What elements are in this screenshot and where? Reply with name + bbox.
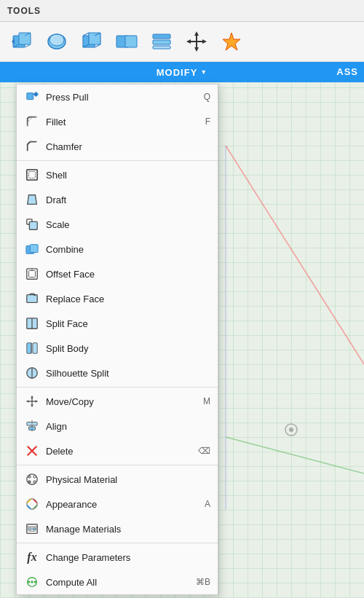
menu-item-label-align: Align <box>46 421 210 432</box>
menu-item-shortcut-compute-all: ⌘B <box>196 577 210 587</box>
svg-rect-70 <box>33 528 36 530</box>
ass-label: ASS <box>331 62 364 82</box>
menu-item-shortcut-press-pull: Q <box>204 92 210 102</box>
replace-icon <box>24 291 40 307</box>
tools-label: TOOLS <box>7 6 41 16</box>
svg-rect-45 <box>33 343 37 353</box>
special-tool-button[interactable] <box>215 25 248 58</box>
toolbar-top: TOOLS <box>0 0 364 22</box>
svg-rect-6 <box>19 33 31 44</box>
toolbar-area: TOOLS <box>0 0 364 84</box>
menu-item-label-shell: Shell <box>46 170 210 181</box>
menu-item-chamfer[interactable]: Chamfer <box>17 134 218 159</box>
menu-item-replace-face[interactable]: Replace Face <box>17 286 218 311</box>
svg-point-64 <box>33 481 36 484</box>
menu-item-align[interactable]: Align <box>17 414 218 438</box>
menu-item-compute-all[interactable]: Compute All⌘B <box>17 570 218 594</box>
svg-line-0 <box>226 146 364 364</box>
offset-icon <box>24 266 40 282</box>
extrude-tool-button[interactable] <box>6 25 38 58</box>
svg-marker-51 <box>31 396 33 398</box>
menu-item-combine[interactable]: Combine <box>17 237 218 261</box>
draft-icon <box>24 192 40 208</box>
menu-item-offset-face[interactable]: Offset Face <box>17 261 218 286</box>
menu-item-silhouette-split[interactable]: Silhouette Split <box>17 361 218 385</box>
menu-item-label-manage-materials: Manage Materials <box>46 524 210 535</box>
menu-item-label-move-copy: Move/Copy <box>46 396 203 407</box>
combine-icon <box>24 241 40 257</box>
svg-marker-54 <box>36 400 39 403</box>
svg-rect-44 <box>27 343 31 353</box>
menu-item-shortcut-appearance: A <box>205 499 210 509</box>
svg-rect-28 <box>27 93 33 100</box>
menu-item-move-copy[interactable]: Move/CopyM <box>17 389 218 414</box>
menu-item-label-compute-all: Compute All <box>46 577 196 588</box>
menu-item-scale[interactable]: Scale <box>17 212 218 237</box>
box-tool-button[interactable] <box>76 25 108 58</box>
svg-point-74 <box>31 581 33 583</box>
menu-item-appearance[interactable]: AppearanceA <box>17 492 218 516</box>
svg-marker-23 <box>194 31 199 36</box>
shell-icon <box>24 167 40 183</box>
move-icon <box>24 393 40 409</box>
svg-rect-11 <box>89 33 100 44</box>
menu-item-shortcut-fillet: F <box>205 117 210 127</box>
layer-tool-button[interactable] <box>146 25 178 58</box>
menu-item-fillet[interactable]: FilletF <box>17 109 218 134</box>
svg-rect-36 <box>30 245 38 253</box>
scale-icon <box>24 216 40 232</box>
menu-item-shortcut-move-copy: M <box>203 396 210 406</box>
svg-rect-18 <box>153 34 170 39</box>
svg-marker-53 <box>26 400 29 403</box>
modify-dropdown-button[interactable]: MODIFY ASS <box>0 62 364 82</box>
menu-item-label-draft: Draft <box>46 194 210 205</box>
manage-icon <box>24 521 40 537</box>
menu-item-label-appearance: Appearance <box>46 499 205 510</box>
svg-point-66 <box>27 499 37 509</box>
compute-icon <box>24 574 40 590</box>
svg-rect-19 <box>153 40 170 44</box>
menu-item-label-delete: Delete <box>46 446 198 457</box>
svg-rect-69 <box>28 528 32 530</box>
menu-divider-11 <box>17 387 218 387</box>
press-pull-icon <box>24 89 40 105</box>
menu-item-delete[interactable]: Delete⌫ <box>17 438 218 463</box>
menu-item-draft[interactable]: Draft <box>17 187 218 212</box>
svg-point-4 <box>289 428 293 432</box>
menu-divider-14 <box>17 465 218 465</box>
menu-item-label-change-parameters: Change Parameters <box>46 552 210 563</box>
toolbar-icons <box>0 22 364 62</box>
menu-item-manage-materials[interactable]: Manage Materials <box>17 516 218 541</box>
menu-item-label-split-body: Split Body <box>46 343 210 354</box>
menu-item-press-pull[interactable]: Press PullQ <box>17 84 218 109</box>
menu-divider-17 <box>17 543 218 543</box>
svg-rect-32 <box>29 172 36 178</box>
move-tool-button[interactable] <box>181 25 213 58</box>
svg-point-75 <box>34 581 37 583</box>
svg-rect-17 <box>125 36 137 47</box>
chamfer-icon <box>24 138 40 154</box>
menu-item-label-split-face: Split Face <box>46 318 210 329</box>
menu-item-split-body[interactable]: Split Body <box>17 336 218 361</box>
menu-item-label-press-pull: Press Pull <box>46 92 204 103</box>
svg-rect-20 <box>153 46 170 49</box>
svg-marker-25 <box>186 39 191 44</box>
align-icon <box>24 418 40 434</box>
svg-line-1 <box>226 437 364 473</box>
menu-item-label-chamfer: Chamfer <box>46 141 210 152</box>
menu-item-physical-material[interactable]: Physical Material <box>17 467 218 492</box>
svg-rect-38 <box>29 271 36 278</box>
modify-dropdown-menu: Press PullQ FilletF Chamfer Shell Draft … <box>16 84 218 595</box>
combine-tool-button[interactable] <box>111 25 143 58</box>
menu-item-shell[interactable]: Shell <box>17 162 218 187</box>
svg-point-63 <box>28 481 31 484</box>
svg-rect-34 <box>29 221 37 229</box>
menu-item-change-parameters[interactable]: fxChange Parameters <box>17 545 218 570</box>
split-body-icon <box>24 340 40 356</box>
svg-point-73 <box>28 581 31 583</box>
menu-item-split-face[interactable]: Split Face <box>17 311 218 336</box>
appearance-icon <box>24 496 40 512</box>
svg-marker-27 <box>223 33 240 50</box>
modify-label: MODIFY <box>157 67 198 78</box>
shape-tool-button[interactable] <box>41 25 73 58</box>
